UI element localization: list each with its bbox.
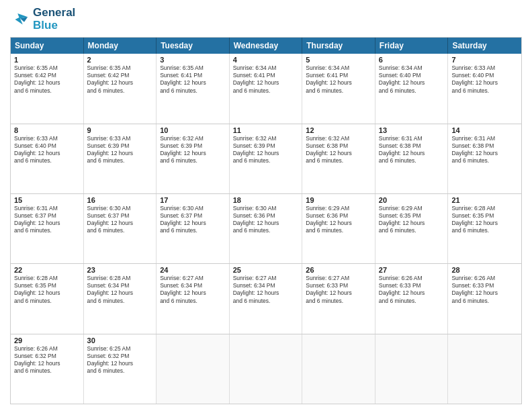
day-number: 15 [14,196,80,204]
day-number: 8 [14,126,80,134]
header: General Blue [10,7,522,32]
day-cell-29: 29Sunrise: 6:26 AM Sunset: 6:32 PM Dayli… [11,334,84,404]
day-cell-27: 27Sunrise: 6:26 AM Sunset: 6:33 PM Dayli… [375,264,449,333]
header-day-tuesday: Tuesday [157,38,230,54]
header-day-thursday: Thursday [302,38,375,54]
day-number: 19 [306,196,371,204]
day-cell-5: 5Sunrise: 6:34 AM Sunset: 6:41 PM Daylig… [302,54,375,123]
day-number: 11 [233,126,299,134]
header-day-friday: Friday [375,38,449,54]
calendar-week-1: 1Sunrise: 6:35 AM Sunset: 6:42 PM Daylig… [11,54,521,123]
day-info: Sunrise: 6:26 AM Sunset: 6:32 PM Dayligh… [14,345,80,375]
day-info: Sunrise: 6:28 AM Sunset: 6:35 PM Dayligh… [451,205,518,234]
day-number: 13 [379,126,445,134]
day-info: Sunrise: 6:33 AM Sunset: 6:40 PM Dayligh… [14,135,80,165]
calendar-body: 1Sunrise: 6:35 AM Sunset: 6:42 PM Daylig… [11,54,521,404]
empty-cell [157,334,230,404]
day-cell-26: 26Sunrise: 6:27 AM Sunset: 6:33 PM Dayli… [302,264,375,333]
day-cell-24: 24Sunrise: 6:27 AM Sunset: 6:34 PM Dayli… [157,264,230,333]
day-info: Sunrise: 6:30 AM Sunset: 6:36 PM Dayligh… [233,205,299,234]
day-number: 30 [87,336,153,345]
day-info: Sunrise: 6:35 AM Sunset: 6:42 PM Dayligh… [14,64,80,94]
day-cell-1: 1Sunrise: 6:35 AM Sunset: 6:42 PM Daylig… [11,54,84,123]
day-cell-20: 20Sunrise: 6:29 AM Sunset: 6:35 PM Dayli… [375,194,449,263]
header-day-wednesday: Wednesday [230,38,303,54]
header-day-saturday: Saturday [448,38,521,54]
day-number: 29 [14,336,80,345]
day-cell-6: 6Sunrise: 6:34 AM Sunset: 6:40 PM Daylig… [375,54,449,123]
empty-cell [230,334,303,404]
day-info: Sunrise: 6:31 AM Sunset: 6:38 PM Dayligh… [451,135,518,165]
day-number: 3 [160,56,226,64]
day-cell-13: 13Sunrise: 6:31 AM Sunset: 6:38 PM Dayli… [375,124,449,193]
calendar-week-3: 15Sunrise: 6:31 AM Sunset: 6:37 PM Dayli… [11,193,521,263]
day-number: 7 [451,56,518,64]
page: General Blue SundayMondayTuesdayWednesda… [0,0,532,411]
day-cell-21: 21Sunrise: 6:28 AM Sunset: 6:35 PM Dayli… [448,194,521,263]
day-info: Sunrise: 6:34 AM Sunset: 6:41 PM Dayligh… [306,64,371,94]
day-number: 22 [14,266,80,274]
day-cell-30: 30Sunrise: 6:25 AM Sunset: 6:32 PM Dayli… [84,334,157,404]
day-cell-22: 22Sunrise: 6:28 AM Sunset: 6:35 PM Dayli… [11,264,84,333]
day-cell-19: 19Sunrise: 6:29 AM Sunset: 6:36 PM Dayli… [302,194,375,263]
day-cell-8: 8Sunrise: 6:33 AM Sunset: 6:40 PM Daylig… [11,124,84,193]
day-number: 2 [87,56,153,64]
calendar-week-2: 8Sunrise: 6:33 AM Sunset: 6:40 PM Daylig… [11,124,521,193]
day-number: 10 [160,126,226,134]
day-info: Sunrise: 6:31 AM Sunset: 6:37 PM Dayligh… [14,205,80,234]
calendar: SundayMondayTuesdayWednesdayThursdayFrid… [10,37,522,404]
day-info: Sunrise: 6:32 AM Sunset: 6:39 PM Dayligh… [160,135,226,165]
day-cell-11: 11Sunrise: 6:32 AM Sunset: 6:39 PM Dayli… [230,124,303,193]
day-number: 12 [306,126,371,134]
day-number: 1 [14,56,80,64]
day-cell-7: 7Sunrise: 6:33 AM Sunset: 6:40 PM Daylig… [448,54,521,123]
day-cell-9: 9Sunrise: 6:33 AM Sunset: 6:39 PM Daylig… [84,124,157,193]
day-info: Sunrise: 6:33 AM Sunset: 6:40 PM Dayligh… [451,64,518,94]
day-info: Sunrise: 6:29 AM Sunset: 6:36 PM Dayligh… [306,205,371,234]
day-cell-23: 23Sunrise: 6:28 AM Sunset: 6:34 PM Dayli… [84,264,157,333]
day-number: 6 [379,56,445,64]
day-info: Sunrise: 6:28 AM Sunset: 6:35 PM Dayligh… [14,275,80,304]
day-number: 26 [306,266,371,274]
day-number: 23 [87,266,153,274]
day-info: Sunrise: 6:30 AM Sunset: 6:37 PM Dayligh… [87,205,153,234]
day-cell-15: 15Sunrise: 6:31 AM Sunset: 6:37 PM Dayli… [11,194,84,263]
day-number: 28 [451,266,518,274]
day-cell-17: 17Sunrise: 6:30 AM Sunset: 6:37 PM Dayli… [157,194,230,263]
day-info: Sunrise: 6:28 AM Sunset: 6:34 PM Dayligh… [87,275,153,304]
day-info: Sunrise: 6:31 AM Sunset: 6:38 PM Dayligh… [379,135,445,165]
empty-cell [448,334,521,404]
day-cell-28: 28Sunrise: 6:26 AM Sunset: 6:33 PM Dayli… [448,264,521,333]
calendar-week-4: 22Sunrise: 6:28 AM Sunset: 6:35 PM Dayli… [11,263,521,333]
header-day-monday: Monday [84,38,157,54]
day-cell-3: 3Sunrise: 6:35 AM Sunset: 6:41 PM Daylig… [157,54,230,123]
calendar-week-5: 29Sunrise: 6:26 AM Sunset: 6:32 PM Dayli… [11,334,521,404]
header-day-sunday: Sunday [11,38,84,54]
day-number: 14 [451,126,518,134]
day-cell-18: 18Sunrise: 6:30 AM Sunset: 6:36 PM Dayli… [230,194,303,263]
day-info: Sunrise: 6:29 AM Sunset: 6:35 PM Dayligh… [379,205,445,234]
day-number: 20 [379,196,445,204]
logo-text: General Blue [33,7,75,32]
day-number: 5 [306,56,371,64]
day-info: Sunrise: 6:35 AM Sunset: 6:42 PM Dayligh… [87,64,153,94]
day-info: Sunrise: 6:27 AM Sunset: 6:34 PM Dayligh… [160,275,226,304]
day-cell-10: 10Sunrise: 6:32 AM Sunset: 6:39 PM Dayli… [157,124,230,193]
day-cell-25: 25Sunrise: 6:27 AM Sunset: 6:34 PM Dayli… [230,264,303,333]
day-number: 27 [379,266,445,274]
day-info: Sunrise: 6:33 AM Sunset: 6:39 PM Dayligh… [87,135,153,165]
day-number: 25 [233,266,299,274]
day-cell-12: 12Sunrise: 6:32 AM Sunset: 6:38 PM Dayli… [302,124,375,193]
day-cell-14: 14Sunrise: 6:31 AM Sunset: 6:38 PM Dayli… [448,124,521,193]
day-cell-4: 4Sunrise: 6:34 AM Sunset: 6:41 PM Daylig… [230,54,303,123]
day-number: 17 [160,196,226,204]
empty-cell [375,334,449,404]
day-info: Sunrise: 6:34 AM Sunset: 6:40 PM Dayligh… [379,64,445,94]
calendar-header: SundayMondayTuesdayWednesdayThursdayFrid… [11,38,521,54]
day-number: 4 [233,56,299,64]
day-info: Sunrise: 6:32 AM Sunset: 6:39 PM Dayligh… [233,135,299,165]
logo-icon [10,9,30,30]
day-info: Sunrise: 6:32 AM Sunset: 6:38 PM Dayligh… [306,135,371,165]
day-info: Sunrise: 6:26 AM Sunset: 6:33 PM Dayligh… [379,275,445,304]
day-info: Sunrise: 6:34 AM Sunset: 6:41 PM Dayligh… [233,64,299,94]
